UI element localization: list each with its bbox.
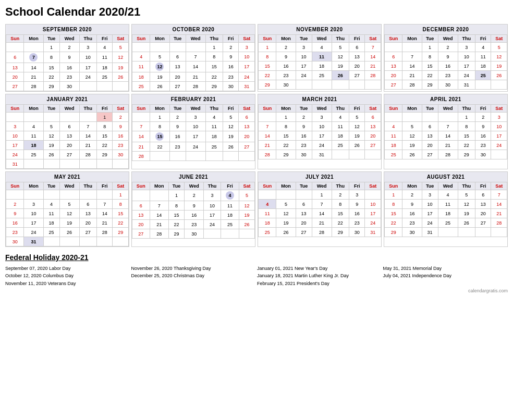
calendar-day: 5 [349,113,365,122]
day-header: Tue [296,105,312,113]
calendar-table: SunMonTueWedThuFriSat1234567891011121314… [384,34,507,90]
holiday-name: Martin Luther King Jr. Day [295,273,349,278]
day-header: Thu [332,35,349,43]
calendar-day [96,190,113,200]
day-header: Sat [365,105,381,113]
calendar-day: 14 [259,131,276,141]
month-title: DECEMBER 2020 [384,24,507,34]
holiday-date: December 25, 2020 [131,273,174,278]
calendar-day: 21 [132,142,150,152]
calendar-day: 9 [296,122,312,131]
day-header: Thu [205,105,223,113]
calendar-day: 17 [204,211,221,220]
calendar-day: 8 [332,200,349,209]
calendar-day: 23 [6,228,24,237]
calendar-day: 24 [422,218,438,228]
calendar-day: 8 [276,122,296,131]
calendar-day: 5 [332,43,349,52]
calendar-day: 8 [96,122,113,131]
calendar-day: 24 [6,150,24,159]
calendar-day [113,237,129,246]
calendar-day: 25 [312,71,332,80]
holiday-date: October 12, 2020 [5,273,43,278]
holiday-name: Veterans Day [48,281,76,286]
day-header: Fri [475,105,491,113]
holiday-item: January 01, 2021 New Year's Day [257,265,382,272]
calendar-day: 20 [6,72,24,82]
day-header: Sat [239,35,255,43]
calendar-day: 3 [312,113,332,122]
day-header: Sun [132,182,150,190]
calendar-day: 5 [150,52,169,61]
calendar-day [113,82,129,91]
calendar-day: 24 [24,228,43,237]
calendar-day: 6 [132,201,150,211]
calendar-day: 4 [475,43,491,52]
day-header: Sat [491,105,507,113]
calendar-day: 7 [150,201,168,211]
calendar-day [458,228,475,237]
calendar-day: 6 [59,122,79,131]
calendar-day: 24 [239,72,255,82]
calendar-day: 1 [205,43,223,52]
calendar-day: 31 [312,150,332,159]
month-title: AUGUST 2021 [384,172,507,182]
calendar-day: 12 [402,131,422,141]
calendar-day [24,190,43,200]
calendar-day: 25 [332,141,349,150]
calendar-day: 5 [402,122,422,131]
calendar-day: 3 [422,190,438,200]
day-header: Tue [296,182,312,190]
calendar-day: 25 [43,228,59,237]
calendar-day: 22 [43,72,59,82]
day-header: Wed [186,35,205,43]
calendar-table: SunMonTueWedThuFriSat1234567891011121314… [6,182,129,246]
calendar-day: 10 [365,200,381,209]
calendar-day: 9 [438,52,458,61]
calendar-day: 10 [422,200,438,209]
calendar-day: 10 [296,52,312,61]
calendar-day: 26 [349,141,365,150]
calendar-table: SunMonTueWedThuFriSat1234567891011121314… [6,34,129,91]
day-header: Sun [385,182,402,190]
calendar-day: 17 [6,141,24,150]
calendar-day: 23 [475,141,491,150]
page-title: School Calendar 2020/21 [5,5,508,19]
calendar-day: 9 [59,52,79,63]
calendar-day: 26 [223,142,239,152]
day-header: Sun [132,35,150,43]
calendar-day: 9 [185,201,204,211]
calendar-day: 30 [402,228,422,237]
calendar-day: 24 [458,71,475,80]
calendar-day: 16 [6,218,24,228]
calendar-day: 4 [259,200,276,209]
calendar-day: 3 [349,190,365,200]
calendar-day: 24 [491,141,507,150]
calendar-day: 24 [365,218,381,228]
calendar-day: 28 [132,152,150,161]
calendar-day [59,190,79,200]
calendar-day: 23 [276,71,296,80]
month-title: SEPTEMBER 2020 [6,24,129,34]
calendar-day: 7 [79,122,96,131]
calendar-day: 15 [43,63,59,72]
calendar-day: 13 [169,61,186,72]
calendar-day: 17 [79,63,96,72]
calendar-day [475,80,491,90]
day-header: Tue [169,105,186,113]
month-title: NOVEMBER 2020 [258,24,381,34]
calendar-day: 18 [96,63,113,72]
calendar-day: 6 [349,43,365,52]
calendar-day: 6 [365,113,381,122]
calendar-day: 10 [6,131,24,141]
calendar-day [24,113,43,122]
calendar-day [259,113,276,122]
month-block: APRIL 2021SunMonTueWedThuFriSat123456789… [384,94,508,169]
calendar-day: 4 [332,113,349,122]
holiday-item: October 12, 2020 Columbus Day [5,272,130,279]
calendar-day: 21 [79,141,96,150]
holiday-name: President's Day [297,281,329,286]
calendar-day: 5 [59,200,79,209]
calendar-day: 29 [259,80,276,90]
calendar-day: 20 [349,61,365,71]
